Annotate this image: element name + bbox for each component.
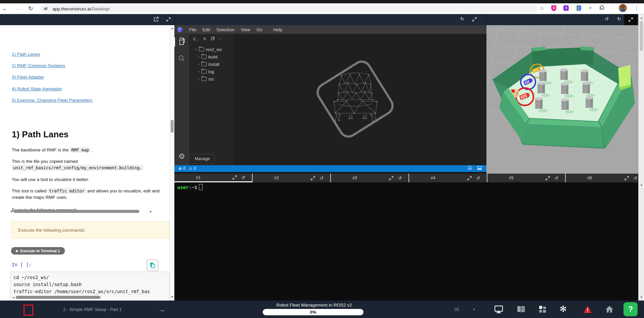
credits-counter: 35	[454, 307, 459, 312]
scroll-up-icon[interactable]: ▲	[171, 27, 174, 30]
home-icon[interactable]	[605, 306, 613, 314]
toc-link-state-agregator[interactable]: 4) Robot State Agregator	[12, 86, 62, 91]
notebook-book-icon[interactable]	[517, 306, 525, 314]
toc-link-path-lanes[interactable]: 1) Path Lanes	[12, 52, 40, 57]
notebook-expand-icon[interactable]	[166, 17, 171, 21]
terminal-tabs: #1 ↺ #2 ↺ #3 ↺ #4 ↺ #5 ↺ #6 ↺	[174, 174, 644, 182]
url-text[interactable]: app.theconstruct.ai/Desktop/	[52, 6, 110, 11]
terminal-tab-5[interactable]: #5 ↺	[487, 174, 566, 182]
tab-expand-icon[interactable]	[311, 176, 315, 180]
back-icon[interactable]: ←	[0, 5, 10, 12]
purple-extension-icon[interactable]: ✳	[563, 5, 569, 11]
ide-expand-icon[interactable]	[472, 17, 477, 21]
scrollbar-thumb[interactable]	[171, 120, 174, 133]
tree-item-install[interactable]: ›install	[189, 60, 234, 68]
tab-restart-icon[interactable]: ↺	[634, 176, 637, 181]
terminal-tab-2[interactable]: #2 ↺	[253, 174, 331, 182]
tree-item-build[interactable]: ›build	[189, 53, 234, 60]
toc-link-exercise[interactable]: 5) Exercise: Changing Fleet Parameters	[12, 98, 92, 103]
forward-icon[interactable]: →	[13, 5, 23, 12]
tab-restart-icon[interactable]: ↺	[242, 175, 245, 180]
terminal-tab-1[interactable]: #1 ↺	[174, 174, 253, 182]
notebook-open-external-icon[interactable]	[154, 17, 159, 21]
scroll-down-icon[interactable]: ▼	[640, 296, 643, 299]
profile-avatar[interactable]	[619, 4, 627, 12]
traffic-editor-canvas[interactable]	[234, 34, 486, 165]
address-bar[interactable]: app.theconstruct.ai/Desktop/	[40, 5, 538, 13]
browser-menu-icon[interactable]: ⋮	[634, 5, 639, 11]
notebook-h-scrollbar[interactable]: ◂▸	[10, 210, 160, 213]
alert-triangle-icon[interactable]	[583, 305, 592, 315]
v-extension-icon[interactable]: ▼	[588, 6, 592, 10]
tab-expand-icon[interactable]	[389, 176, 393, 180]
explorer-more-icon[interactable]: ···	[219, 37, 223, 41]
menu-go[interactable]: Go	[257, 27, 262, 32]
problems-indicator[interactable]: ⊗0 ⚠0	[178, 166, 196, 171]
tab-expand-icon[interactable]	[467, 176, 472, 180]
tab-expand-icon[interactable]	[232, 175, 237, 180]
inline-code-traffic-editor: traffic editor	[48, 188, 86, 194]
scroll-up-icon[interactable]: ▲	[640, 16, 643, 19]
blue-extension-icon[interactable]	[576, 5, 581, 11]
bell-icon[interactable]	[468, 166, 472, 171]
menu-selection[interactable]: Selection	[216, 27, 234, 32]
inline-code-building-file: unit_rmf_basics/rmf_config/my_environmen…	[12, 165, 143, 171]
tab-restart-icon[interactable]: ↺	[476, 176, 480, 181]
explorer-refresh-icon[interactable]: ↻	[203, 37, 207, 41]
copy-code-button[interactable]	[147, 260, 158, 271]
gear-icon[interactable]: ⚙	[174, 152, 189, 161]
next-lesson-icon[interactable]: →	[158, 305, 166, 314]
terminal-scroll-up-icon[interactable]: ▲	[640, 183, 643, 186]
desktop-monitor-icon[interactable]	[495, 306, 503, 315]
panel-layout-icon[interactable]	[477, 166, 482, 171]
explorer-files-icon[interactable]	[174, 37, 190, 47]
terminal-tab-3[interactable]: #3 ↺	[331, 174, 409, 182]
tab-restart-icon[interactable]: ↺	[398, 176, 402, 181]
gazebo-viewport[interactable]	[486, 25, 638, 174]
menu-edit[interactable]: Edit	[203, 27, 210, 32]
manage-tooltip: Manage	[190, 154, 215, 164]
tree-item-log[interactable]: ›log	[189, 68, 234, 75]
menu-help[interactable]: Help	[273, 27, 282, 32]
openai-icon[interactable]: ✻	[560, 304, 567, 314]
execute-terminal-button[interactable]: ▶ Execute in Terminal 1	[11, 247, 65, 255]
ublock-extension-icon[interactable]: U	[551, 5, 556, 11]
tab-restart-icon[interactable]: ↺	[320, 176, 324, 181]
tree-item-ros2-ws[interactable]: ›ros2_ws	[189, 46, 234, 53]
app-logo-icon	[178, 27, 183, 32]
reload-icon[interactable]: ↻	[26, 5, 36, 12]
play-icon: ▶	[16, 249, 18, 253]
toc-link-fleet-adapter[interactable]: 3) Fleet Adapter	[12, 75, 44, 80]
apps-grid-icon[interactable]	[539, 306, 547, 315]
gazebo-restart-icon[interactable]: ↺	[605, 16, 609, 21]
code-h-scrollbar[interactable]: ◂	[12, 296, 100, 299]
terminal-window[interactable]: user:~$	[174, 182, 644, 301]
notebook-scrollbar[interactable]: ▲ ▼	[170, 25, 175, 301]
help-button[interactable]: ?	[624, 302, 638, 316]
tab-expand-icon[interactable]	[625, 176, 629, 180]
bookmark-star-icon[interactable]: ☆	[540, 5, 544, 11]
tab-expand-icon[interactable]	[546, 176, 550, 180]
ide-explorer-panel: E... ↻ ··· ›ros2_ws ›build ›install ›log…	[189, 34, 234, 165]
toc-link-rmf-common[interactable]: 2) RMF Common Systems	[12, 63, 65, 68]
explorer-collapse-icon[interactable]	[211, 37, 215, 41]
terminal-tab-6[interactable]: #6 ↺	[566, 174, 644, 182]
code-cell[interactable]: cd ~/ros2_ws/ source install/setup.bash …	[10, 272, 170, 301]
tab-restart-icon[interactable]: ↺	[555, 176, 558, 181]
record-button[interactable]	[24, 305, 33, 316]
pane-header-band: ↻ ↺ ↻	[0, 14, 644, 25]
ide-refresh-icon[interactable]: ↻	[460, 16, 464, 21]
extensions-puzzle-icon[interactable]	[599, 5, 604, 11]
tree-item-src[interactable]: ›src	[189, 75, 234, 83]
gazebo-expand-tile[interactable]	[624, 14, 637, 25]
search-icon[interactable]	[174, 55, 189, 63]
page-scrollbar[interactable]: ▲ ▲ ▼	[638, 14, 644, 301]
folder-icon	[202, 55, 207, 59]
gazebo-refresh-icon[interactable]: ↻	[617, 16, 621, 21]
scroll-down-icon[interactable]: ▼	[171, 295, 174, 299]
menu-file[interactable]: File	[189, 27, 196, 32]
site-settings-icon[interactable]	[42, 5, 49, 12]
terminal-tab-4[interactable]: #4 ↺	[409, 174, 487, 182]
scrollbar-thumb[interactable]	[640, 21, 643, 51]
menu-view[interactable]: View	[241, 27, 250, 32]
